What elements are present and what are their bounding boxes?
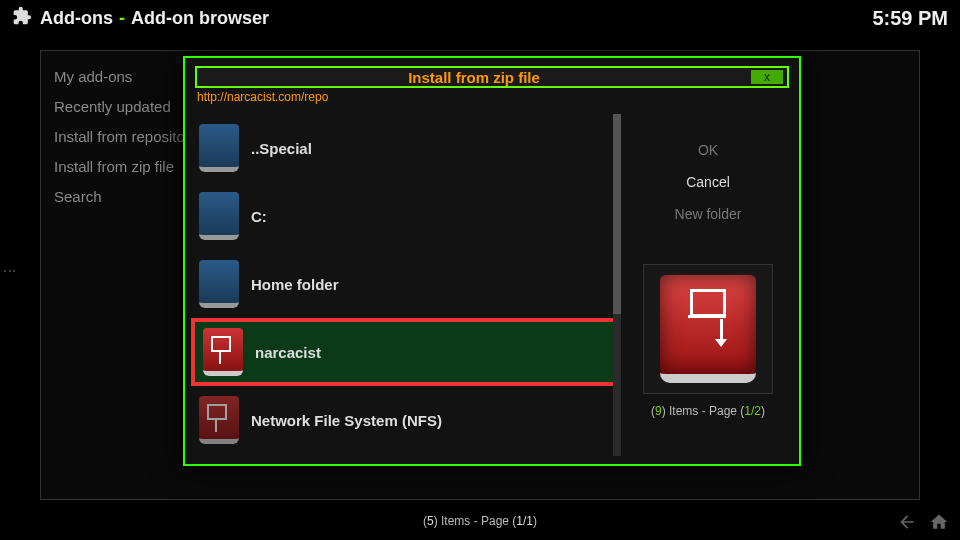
file-label: narcacist <box>255 344 321 361</box>
file-label: Home folder <box>251 276 339 293</box>
file-row-narcacist[interactable]: narcacist <box>191 318 617 386</box>
scrollbar-thumb[interactable] <box>613 114 621 314</box>
drive-icon <box>199 124 239 172</box>
path-display: http://narcacist.com/repo <box>197 90 787 104</box>
header-section: Add-ons <box>40 8 113 29</box>
dialog-title-bar: Install from zip file x <box>195 66 789 88</box>
file-label: C: <box>251 208 267 225</box>
addons-icon <box>12 6 32 31</box>
header-separator: - <box>119 8 125 29</box>
ok-button[interactable]: OK <box>623 134 793 166</box>
file-list-scrollbar[interactable] <box>613 114 621 456</box>
drive-icon <box>199 260 239 308</box>
file-list: ..Special C: Home folder narcacist Netwo… <box>191 114 617 456</box>
home-button[interactable] <box>926 510 952 534</box>
preview-panel <box>643 264 773 394</box>
clock: 5:59 PM <box>872 7 948 30</box>
back-button[interactable] <box>894 510 920 534</box>
new-folder-button[interactable]: New folder <box>623 198 793 230</box>
dialog-right-pane: OK Cancel New folder (9) Items - Page (1… <box>623 114 793 456</box>
cancel-button[interactable]: Cancel <box>623 166 793 198</box>
side-handle[interactable]: ⋮ <box>2 264 18 276</box>
network-drive-icon-large <box>660 275 756 383</box>
header-page: Add-on browser <box>131 8 269 29</box>
file-label: ..Special <box>251 140 312 157</box>
install-zip-dialog: Install from zip file x http://narcacist… <box>183 56 801 466</box>
network-drive-icon <box>199 396 239 444</box>
file-row-nfs[interactable]: Network File System (NFS) <box>191 386 617 454</box>
close-button[interactable]: x <box>751 70 783 84</box>
file-row-c[interactable]: C: <box>191 182 617 250</box>
file-label: Network File System (NFS) <box>251 412 442 429</box>
dialog-status: (9) Items - Page (1/2) <box>651 404 765 418</box>
footer-status: (5) Items - Page (1/1) <box>0 514 960 528</box>
dialog-title: Install from zip file <box>197 69 751 86</box>
network-drive-icon <box>203 328 243 376</box>
file-row-home[interactable]: Home folder <box>191 250 617 318</box>
file-row-special[interactable]: ..Special <box>191 114 617 182</box>
drive-icon <box>199 192 239 240</box>
